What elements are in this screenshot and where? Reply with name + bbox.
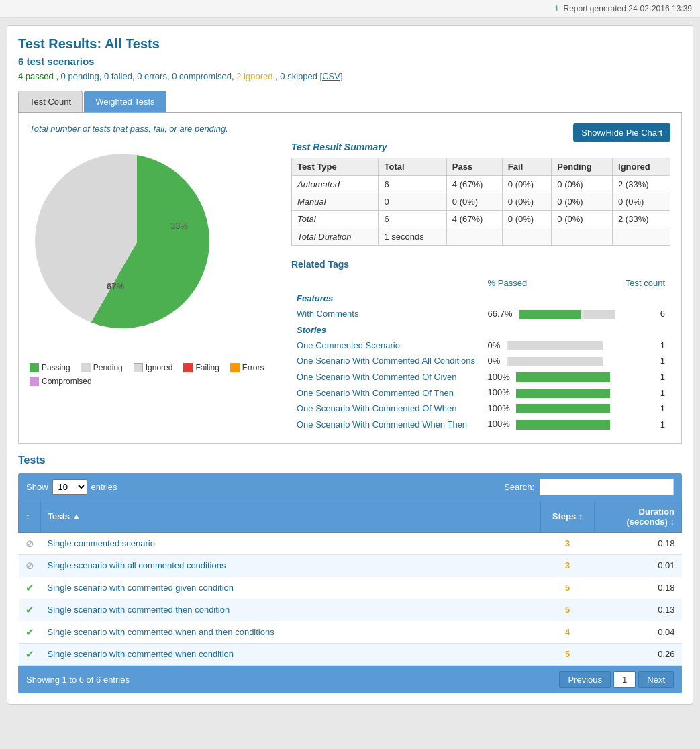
col-duration-header[interactable]: Duration (seconds) ↕ [595, 501, 682, 532]
col-total: Total [379, 158, 446, 176]
summary-line: 4 passed , 0 pending, 0 failed, 0 errors… [18, 71, 682, 81]
steps-cell: 5 [541, 577, 595, 599]
test-link[interactable]: Single scenario with commented when and … [48, 627, 274, 637]
duration-cell: 0.18 [595, 532, 682, 554]
col-tests-header[interactable]: Tests ▲ [41, 501, 541, 532]
test-link[interactable]: Single scenario with commented when cond… [48, 649, 234, 659]
duration-cell: 0.01 [595, 554, 682, 577]
legend-pending: Pending [81, 363, 123, 372]
chart-row: 33% 67% Passing Pending Ignor [30, 142, 670, 432]
tag-name: One Scenario With Commented When Then [291, 416, 483, 432]
steps-cell: 3 [541, 532, 595, 554]
tests-section: Tests Show 10 25 50 100 entries Search: [18, 454, 682, 693]
tag-count: 1 [619, 385, 670, 401]
tags-col-percent: % Passed [483, 275, 619, 291]
pagination-bar: Showing 1 to 6 of 6 entries Previous 1 N… [18, 666, 682, 693]
test-name-cell: Single scenario with commented given con… [41, 577, 541, 599]
test-link[interactable]: Single scenario with commented given con… [48, 583, 234, 593]
summary-title: Test Result Summary [291, 142, 670, 152]
tag-name: One Scenario With Commented Of When [291, 401, 483, 417]
result-cell: 0 [379, 193, 446, 211]
tag-count: 1 [619, 353, 670, 369]
result-cell: Automated [292, 176, 379, 193]
result-cell: 2 (33%) [613, 211, 670, 228]
entries-select[interactable]: 10 25 50 100 [52, 479, 87, 495]
test-name-cell: Single scenario with all commented condi… [41, 554, 541, 577]
tag-percent: 66.7% [483, 306, 619, 322]
scenario-count: 6 test scenarios [18, 56, 682, 67]
tab-weighted-tests[interactable]: Weighted Tests [84, 91, 166, 112]
steps-cell: 5 [541, 643, 595, 665]
tag-name: With Comments [291, 306, 483, 322]
col-fail: Fail [502, 158, 551, 176]
pie-area: 33% 67% Passing Pending Ignor [30, 142, 278, 432]
tag-row: One Scenario With Commented Of Given 100… [291, 369, 670, 385]
search-input[interactable] [540, 479, 674, 495]
ignore-icon: ⊘ [26, 538, 34, 549]
csv-link[interactable]: [CSV] [320, 71, 343, 81]
result-cell: 4 (67%) [446, 176, 502, 193]
result-row: Total64 (67%)0 (0%)0 (0%)2 (33%) [292, 211, 670, 228]
col-steps-header[interactable]: Steps ↕ [541, 501, 595, 532]
tab-test-count[interactable]: Test Count [18, 91, 83, 112]
legend-errors-label: Errors [242, 363, 264, 372]
test-name-cell: Single commented scenario [41, 532, 541, 554]
legend-pending-dot [81, 363, 91, 372]
tag-percent: 100% [483, 416, 619, 432]
tag-count: 6 [619, 306, 670, 322]
result-cell: 6 [379, 211, 446, 228]
table-row: ✔ Single scenario with commented given c… [19, 577, 682, 599]
tag-name: One Commented Scenario [291, 338, 483, 354]
pass-icon: ✔ [26, 604, 34, 615]
pass-icon: ✔ [26, 648, 34, 660]
page-1-button[interactable]: 1 [613, 671, 636, 688]
test-table: ↕ Tests ▲ Steps ↕ Duration (seconds) ↕ ⊘… [18, 501, 682, 666]
tag-count: 1 [619, 338, 670, 354]
test-link[interactable]: Single scenario with commented then cond… [48, 605, 230, 615]
summary-area: Test Result Summary Test Type Total Pass… [291, 142, 670, 432]
pass-icon: ✔ [26, 626, 34, 638]
tags-col-count: Test count [619, 275, 670, 291]
duration-cell: 0.26 [595, 643, 682, 665]
entries-label: entries [91, 482, 117, 492]
tests-title: Tests [18, 454, 682, 466]
compromised-count: 0 compromised [172, 71, 232, 81]
result-cell [552, 228, 613, 246]
tag-row: One Commented Scenario 0% 1 [291, 338, 670, 354]
table-row: ✔ Single scenario with commented when an… [19, 621, 682, 643]
tag-row: With Comments 66.7% 6 [291, 306, 670, 322]
main-container: Test Results: All Tests 6 test scenarios… [7, 25, 693, 705]
table-row: ⊘ Single scenario with all commented con… [19, 554, 682, 577]
col-status-header[interactable]: ↕ [19, 501, 41, 532]
test-link[interactable]: Single commented scenario [48, 538, 155, 548]
tag-percent: 0% [483, 353, 619, 369]
next-button[interactable]: Next [638, 671, 674, 688]
result-row: Total Duration1 seconds [292, 228, 670, 246]
show-hide-pie-button[interactable]: Show/Hide Pie Chart [573, 123, 670, 142]
result-cell: 6 [379, 176, 446, 193]
legend-ignored: Ignored [134, 363, 173, 372]
info-icon: ℹ [555, 4, 558, 13]
result-cell [613, 228, 670, 246]
previous-button[interactable]: Previous [559, 671, 611, 688]
tabs: Test Count Weighted Tests [18, 91, 682, 113]
ignored-count: 2 ignored [236, 71, 272, 81]
tag-row: One Scenario With Commented Of When 100%… [291, 401, 670, 417]
legend-errors: Errors [230, 363, 264, 372]
legend-passing: Passing [30, 363, 70, 372]
pending-count: 0 pending [61, 71, 99, 81]
result-cell: Manual [292, 193, 379, 211]
tag-percent: 100% [483, 369, 619, 385]
pass-icon: ✔ [26, 582, 34, 593]
legend-failing-dot [183, 363, 193, 372]
result-cell [502, 228, 551, 246]
status-cell: ⊘ [19, 554, 41, 577]
duration-cell: 0.18 [595, 577, 682, 599]
passed-count: 4 passed [18, 71, 54, 81]
show-entries: Show 10 25 50 100 entries [26, 479, 117, 495]
legend-compromised-dot [30, 377, 39, 386]
result-cell: Total Duration [292, 228, 379, 246]
result-row: Automated64 (67%)0 (0%)0 (0%)2 (33%) [292, 176, 670, 193]
test-link[interactable]: Single scenario with all commented condi… [48, 560, 226, 570]
steps-cell: 4 [541, 621, 595, 643]
